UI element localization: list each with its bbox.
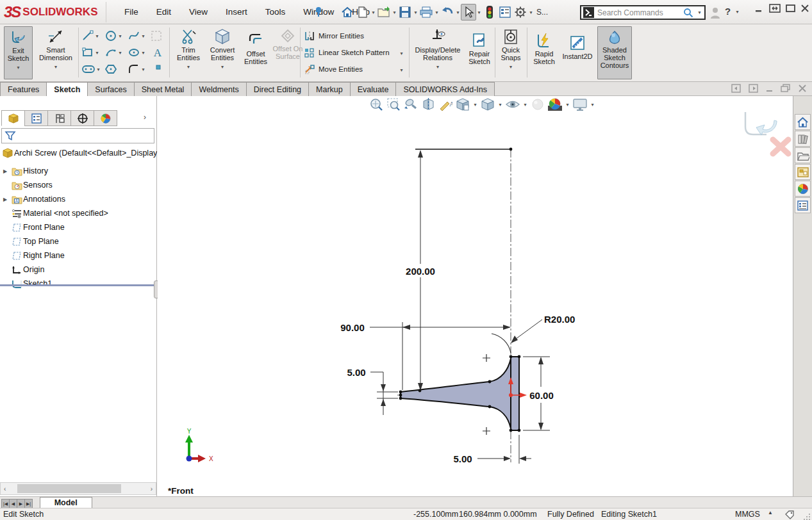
- help-button[interactable]: ?: [725, 6, 731, 17]
- file-explorer-button[interactable]: [795, 147, 811, 163]
- select-dropdown[interactable]: ▾: [476, 10, 482, 15]
- tree-item-annotations[interactable]: ▶ A Annotations: [0, 192, 157, 206]
- tree-filter-box[interactable]: [1, 128, 154, 143]
- fillet-tool-button[interactable]: ▾: [128, 63, 146, 76]
- circle-tool-dropdown[interactable]: ▾: [117, 33, 123, 39]
- model-tab[interactable]: Model: [40, 497, 92, 508]
- new-document-dropdown[interactable]: ▾: [370, 10, 376, 15]
- quick-snaps-dropdown[interactable]: ▾: [508, 63, 514, 71]
- close-icon[interactable]: [800, 4, 809, 13]
- dimension-90[interactable]: 90.00: [335, 321, 511, 390]
- scrollbar-thumb[interactable]: [17, 484, 121, 493]
- menu-tools[interactable]: Tools: [256, 0, 295, 24]
- sketch-canvas[interactable]: 200.00 90.00 5.00 R20.00 60.00: [158, 96, 793, 496]
- collapse-pane-right-icon[interactable]: [749, 84, 759, 93]
- open-dropdown[interactable]: ▾: [392, 10, 397, 15]
- rapid-sketch-button[interactable]: Rapid Sketch: [529, 32, 559, 65]
- polygon-tool-button[interactable]: [104, 63, 117, 76]
- display-delete-relations-button[interactable]: Display/Delete Relations ▾: [413, 28, 463, 71]
- linear-sketch-pattern-dropdown[interactable]: ▾: [399, 51, 404, 56]
- login-button[interactable]: [708, 4, 723, 21]
- resize-panes-icon[interactable]: [769, 4, 781, 13]
- tab-dimxpertmanager[interactable]: [70, 110, 94, 126]
- resize-grip[interactable]: [804, 512, 811, 520]
- point-tool-button[interactable]: [154, 63, 163, 72]
- ellipse-tool-button[interactable]: ▾: [128, 46, 146, 59]
- dimension-60[interactable]: 60.00: [523, 357, 558, 430]
- search-input[interactable]: Search Commands: [597, 8, 680, 17]
- arc-tool-button[interactable]: ▾: [104, 46, 123, 59]
- tree-item-sketch1[interactable]: Sketch1: [0, 277, 157, 291]
- fillet-tool-dropdown[interactable]: ▾: [140, 67, 146, 72]
- view-palette-button[interactable]: [795, 164, 811, 180]
- menu-edit[interactable]: Edit: [147, 0, 180, 24]
- tree-item-history[interactable]: ▶ History: [0, 164, 157, 178]
- menu-file[interactable]: File: [115, 0, 147, 24]
- tab-configurationmanager[interactable]: [47, 110, 71, 126]
- repair-sketch-button[interactable]: Repair Sketch: [464, 32, 495, 65]
- menu-pin-button[interactable]: [313, 5, 324, 20]
- smart-dimension-button[interactable]: Smart Dimension ▾: [36, 28, 76, 71]
- tab-features[interactable]: Features: [0, 82, 47, 96]
- tab-sketch[interactable]: Sketch: [46, 82, 88, 96]
- rebuild-button[interactable]: [482, 4, 497, 20]
- circle-tool-button[interactable]: ▾: [104, 29, 123, 42]
- exit-sketch-button[interactable]: Exit Sketch ▾: [4, 26, 33, 79]
- spline-tool-button[interactable]: ▾: [128, 29, 146, 42]
- tree-item-front-plane[interactable]: Front Plane: [0, 220, 157, 234]
- search-commands-box[interactable]: Search Commands ▾: [580, 5, 706, 20]
- tree-item-sensors[interactable]: Sensors: [0, 178, 157, 192]
- shaded-sketch-contours-button[interactable]: Shaded Sketch Contours: [597, 26, 632, 79]
- units-dropdown-arrow[interactable]: ▲: [768, 510, 773, 516]
- status-units-selector[interactable]: MMGS: [735, 510, 760, 519]
- ellipse-tool-dropdown[interactable]: ▾: [140, 50, 146, 56]
- convert-entities-button[interactable]: Convert Entities ▾: [205, 28, 240, 71]
- appearances-scenes-button[interactable]: [795, 181, 811, 197]
- open-button[interactable]: [376, 4, 392, 20]
- rollback-bar[interactable]: [0, 284, 157, 286]
- save-button[interactable]: [397, 4, 413, 20]
- tab-solidworks-addins[interactable]: SOLIDWORKS Add-Ins: [395, 82, 495, 96]
- tab-markup[interactable]: Markup: [308, 82, 351, 96]
- exit-sketch-dropdown[interactable]: ▾: [15, 64, 21, 72]
- new-document-button[interactable]: [355, 4, 370, 20]
- status-tag-icon[interactable]: [784, 510, 795, 519]
- rectangle-tool-button[interactable]: ▾: [81, 46, 100, 59]
- options-dropdown[interactable]: ▾: [528, 10, 534, 15]
- home-button[interactable]: [340, 4, 355, 20]
- panel-tabs-expand-arrow[interactable]: ›: [144, 113, 146, 122]
- doc-close-icon[interactable]: [798, 84, 807, 93]
- line-tool-button[interactable]: ▾: [81, 29, 100, 42]
- tree-horizontal-scrollbar[interactable]: ‹ ›: [0, 482, 156, 495]
- tree-item-top-plane[interactable]: Top Plane: [0, 234, 157, 248]
- rectangle-tool-dropdown[interactable]: ▾: [94, 50, 100, 56]
- print-button[interactable]: [418, 4, 434, 20]
- quick-snaps-button[interactable]: Quick Snaps ▾: [497, 28, 524, 71]
- tree-root-item[interactable]: Archi Screw (Default<<Default>_Display: [0, 146, 157, 160]
- minimize-icon[interactable]: [755, 4, 764, 13]
- print-dropdown[interactable]: ▾: [434, 10, 440, 15]
- instant2d-button[interactable]: Instant2D: [560, 35, 595, 60]
- move-entities-dropdown[interactable]: ▾: [399, 67, 404, 73]
- convert-entities-dropdown[interactable]: ▾: [220, 63, 226, 71]
- expand-arrow-icon[interactable]: ▶: [0, 197, 10, 202]
- scroll-right-arrow[interactable]: ›: [151, 485, 156, 492]
- text-tool-button[interactable]: A: [151, 46, 164, 59]
- display-delete-relations-dropdown[interactable]: ▾: [435, 63, 441, 71]
- dimension-5-tip[interactable]: 5.00: [342, 366, 398, 415]
- truncated-toolbar-item[interactable]: S...: [536, 8, 548, 17]
- doc-restore-icon[interactable]: [781, 84, 791, 93]
- display-options-button[interactable]: [497, 4, 513, 20]
- scroll-left-arrow[interactable]: ‹: [1, 485, 6, 492]
- dimension-r20[interactable]: R20.00: [492, 314, 575, 353]
- custom-properties-button[interactable]: [795, 197, 811, 213]
- search-scope-icon[interactable]: [583, 7, 594, 18]
- design-library-button[interactable]: [795, 131, 811, 147]
- spline-tool-dropdown[interactable]: ▾: [140, 33, 146, 39]
- trim-entities-dropdown[interactable]: ▾: [186, 63, 192, 71]
- task-pane-resources-button[interactable]: [795, 114, 811, 130]
- tab-weldments[interactable]: Weldments: [191, 82, 246, 96]
- help-dropdown[interactable]: ▾: [734, 9, 740, 15]
- menu-insert[interactable]: Insert: [217, 0, 256, 24]
- collapse-pane-left-icon[interactable]: [731, 84, 742, 93]
